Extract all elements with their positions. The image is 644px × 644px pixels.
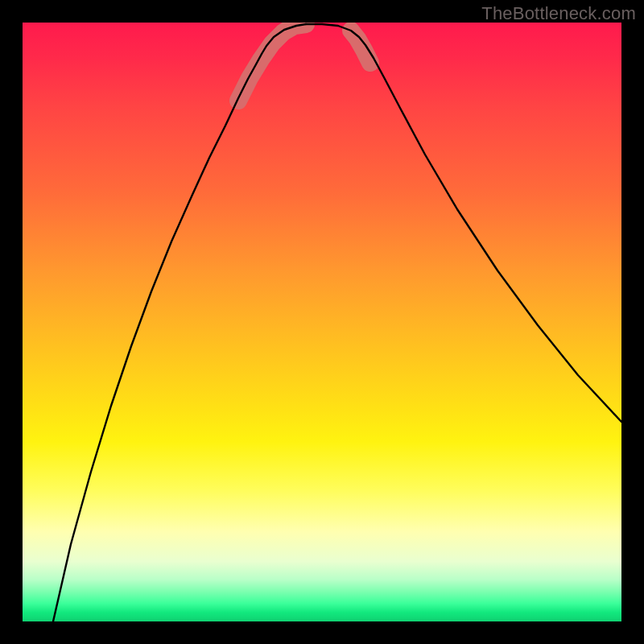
chart-frame: TheBottleneck.com: [0, 0, 644, 644]
watermark-text: TheBottleneck.com: [481, 3, 636, 24]
right-curve: [306, 24, 621, 422]
plot-area: [23, 23, 621, 621]
line-group: [53, 24, 621, 621]
left-curve: [53, 24, 306, 621]
curve-layer: [23, 23, 621, 621]
left-marker-segment: [238, 24, 306, 101]
